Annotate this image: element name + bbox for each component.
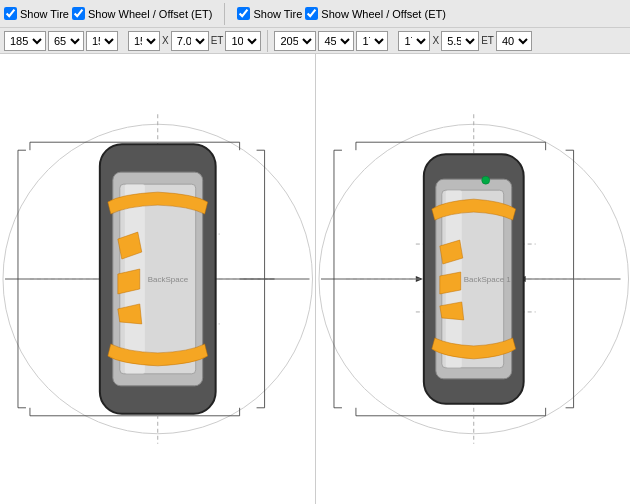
right-controls: Show Tire Show Wheel / Offset (ET) xyxy=(237,7,445,20)
right-show-wheel-checkbox[interactable] xyxy=(305,7,318,20)
left-panel: BackSpace xyxy=(0,54,315,504)
divider-1 xyxy=(224,3,225,25)
left-controls: Show Tire Show Wheel / Offset (ET) xyxy=(4,7,212,20)
top-bar: Show Tire Show Wheel / Offset (ET) Show … xyxy=(0,0,630,28)
right-width-select[interactable]: 205195215225 xyxy=(274,31,316,51)
svg-point-55 xyxy=(481,176,489,184)
right-x-label: X xyxy=(432,35,439,46)
right-show-wheel-text: Show Wheel / Offset (ET) xyxy=(321,8,446,20)
right-wheelwidth-select[interactable]: 5.56.06.5 xyxy=(441,31,479,51)
right-offset-select[interactable]: 40354550 xyxy=(496,31,532,51)
left-show-wheel-text: Show Wheel / Offset (ET) xyxy=(88,8,213,20)
params-row: 185195205215 65556070 15141617 151416 X … xyxy=(0,28,630,54)
right-show-wheel-label[interactable]: Show Wheel / Offset (ET) xyxy=(305,7,446,20)
left-diagram: BackSpace xyxy=(0,54,315,504)
right-rim-select[interactable]: 17161819 xyxy=(356,31,388,51)
right-show-tire-label[interactable]: Show Tire xyxy=(237,7,302,20)
left-rimwidth-select[interactable]: 151416 xyxy=(128,31,160,51)
right-show-tire-checkbox[interactable] xyxy=(237,7,250,20)
right-rimwidth-select[interactable]: 171618 xyxy=(398,31,430,51)
left-show-tire-checkbox[interactable] xyxy=(4,7,17,20)
left-show-tire-text: Show Tire xyxy=(20,8,69,20)
left-et-label: ET xyxy=(211,35,224,46)
left-x-label: X xyxy=(162,35,169,46)
right-show-tire-text: Show Tire xyxy=(253,8,302,20)
right-aspect-select[interactable]: 45405055 xyxy=(318,31,354,51)
right-panel: BackSpace 1 xyxy=(316,54,631,504)
params-divider xyxy=(267,30,268,52)
left-show-tire-label[interactable]: Show Tire xyxy=(4,7,69,20)
left-show-wheel-label[interactable]: Show Wheel / Offset (ET) xyxy=(72,7,213,20)
left-show-wheel-checkbox[interactable] xyxy=(72,7,85,20)
right-diagram: BackSpace 1 xyxy=(316,54,631,504)
right-et-label: ET xyxy=(481,35,494,46)
left-aspect-select[interactable]: 65556070 xyxy=(48,31,84,51)
left-rim-select[interactable]: 15141617 xyxy=(86,31,118,51)
left-width-select[interactable]: 185195205215 xyxy=(4,31,46,51)
svg-text:BackSpace 1: BackSpace 1 xyxy=(463,275,511,284)
main-area: BackSpace xyxy=(0,54,630,504)
svg-text:BackSpace: BackSpace xyxy=(148,275,189,284)
left-offset-select[interactable]: 10152025 xyxy=(225,31,261,51)
left-wheelwidth-select[interactable]: 7.06.57.5 xyxy=(171,31,209,51)
